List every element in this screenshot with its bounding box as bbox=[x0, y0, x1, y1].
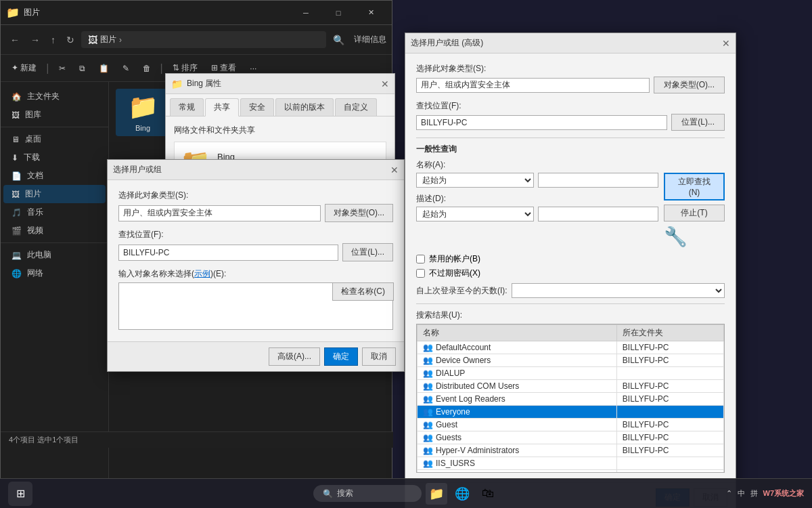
tab-general[interactable]: 常规 bbox=[170, 98, 204, 116]
desc-filter-select[interactable]: 起始为 bbox=[416, 207, 534, 221]
sidebar-item-documents[interactable]: 📄 文档 bbox=[3, 167, 106, 185]
adv-location-label: 查找位置(F): bbox=[416, 100, 725, 112]
taskbar-explorer[interactable]: 📁 bbox=[426, 483, 447, 505]
sidebar-item-pictures[interactable]: 🖼 图片 bbox=[3, 185, 106, 203]
user-group-icon: 👥 bbox=[423, 471, 433, 473]
forward-button[interactable]: → bbox=[26, 32, 44, 48]
user-group-icon: 👥 bbox=[423, 356, 433, 365]
example-link[interactable]: 示例 bbox=[194, 269, 210, 278]
ok-button[interactable]: 确定 bbox=[324, 347, 358, 366]
taskbar: ⊞ 🔍 搜索 📁 🌐 🛍 ⌃ 中 拼 W7系统之家 bbox=[0, 478, 812, 508]
delete-button[interactable]: 🗑 bbox=[137, 61, 156, 76]
no-expire-pwd-checkbox[interactable] bbox=[416, 269, 425, 278]
tab-previous-versions[interactable]: 以前的版本 bbox=[275, 98, 334, 116]
table-row[interactable]: 👥Hyper-V Administrators BILLYFU-PC bbox=[418, 444, 724, 457]
sidebar-item-music[interactable]: 🎵 音乐 bbox=[3, 203, 106, 221]
paste-button[interactable]: 📋 bbox=[93, 61, 114, 76]
table-row[interactable]: 👥Distributed COM Users BILLYFU-PC bbox=[418, 380, 724, 393]
taskbar-store[interactable]: 🛍 bbox=[477, 483, 499, 505]
location-row: BILLYFU-PC 位置(L)... bbox=[118, 243, 393, 261]
sidebar-item-gallery[interactable]: 🖼 图库 bbox=[3, 106, 106, 124]
start-button[interactable]: ⊞ bbox=[8, 482, 32, 506]
rename-button[interactable]: ✎ bbox=[117, 61, 135, 76]
back-button[interactable]: ← bbox=[6, 32, 24, 48]
table-row[interactable]: 👥DIALUP bbox=[418, 367, 724, 380]
up-button[interactable]: ↑ bbox=[47, 32, 60, 48]
sidebar-item-videos[interactable]: 🎬 视频 bbox=[3, 221, 106, 240]
address-bar[interactable]: 🖼 图片 › bbox=[81, 31, 326, 48]
search-icon: 🔍 bbox=[323, 489, 333, 499]
advanced-button[interactable]: 高级(A)... bbox=[269, 347, 320, 366]
bing-close-button[interactable]: ✕ bbox=[381, 79, 389, 89]
detail-panel-label: 详细信息 bbox=[354, 34, 386, 45]
name-filter-select[interactable]: 起始为 bbox=[416, 173, 534, 188]
cancel-button[interactable]: 取消 bbox=[362, 347, 396, 366]
taskbar-edge[interactable]: 🌐 bbox=[451, 483, 473, 505]
taskbar-right: ⌃ 中 拼 W7系统之家 bbox=[726, 488, 805, 499]
minimize-button[interactable]: ─ bbox=[290, 1, 321, 25]
check-names-button[interactable]: 检查名称(C) bbox=[332, 282, 394, 301]
location-section: 查找位置(F): BILLYFU-PC 位置(L)... bbox=[416, 100, 725, 131]
maximize-button[interactable]: □ bbox=[323, 1, 354, 25]
adv-location-value: BILLYFU-PC bbox=[416, 115, 667, 130]
adv-object-type-button[interactable]: 对象类型(O)... bbox=[654, 77, 725, 93]
days-since-select[interactable] bbox=[512, 283, 725, 298]
sidebar-item-desktop[interactable]: 🖥 桌面 bbox=[3, 130, 106, 148]
table-row[interactable]: 👥IIS_IUSRS bbox=[418, 457, 724, 470]
table-row[interactable]: 👥Guest BILLYFU-PC bbox=[418, 419, 724, 431]
table-row[interactable]: 👥Everyone bbox=[418, 406, 724, 419]
location-label: 查找位置(F): bbox=[118, 229, 393, 240]
status-text: 4个项目 选中1个项目 bbox=[9, 435, 78, 445]
result-name: 👥INTERACTIVE bbox=[418, 470, 617, 473]
table-row[interactable]: 👥DefaultAccount BILLYFU-PC bbox=[418, 341, 724, 354]
tab-customize[interactable]: 自定义 bbox=[335, 98, 377, 116]
tab-security[interactable]: 安全 bbox=[240, 98, 274, 116]
adv-object-type-value: 用户、组或内置安全主体 bbox=[416, 78, 650, 93]
search-results-area[interactable]: 名称 所在文件夹 👥DefaultAccount BILLYFU-PC 👥Dev… bbox=[416, 324, 725, 473]
table-row[interactable]: 👥Event Log Readers BILLYFU-PC bbox=[418, 393, 724, 406]
result-name: 👥Distributed COM Users bbox=[418, 380, 617, 393]
stop-button[interactable]: 停止(T) bbox=[664, 205, 725, 221]
videos-icon: 🎬 bbox=[12, 226, 22, 236]
advanced-dialog-title-bar: 选择用户或组 (高级) ✕ bbox=[405, 33, 736, 54]
file-item-bing[interactable]: 📁 Bing bbox=[116, 89, 170, 136]
object-type-button[interactable]: 对象类型(O)... bbox=[325, 204, 393, 222]
search-button[interactable]: 🔍 bbox=[329, 32, 348, 48]
name-filter-input[interactable] bbox=[538, 173, 658, 188]
object-name-area: 检查名称(C) bbox=[118, 282, 393, 332]
downloads-icon: ⬇ bbox=[12, 153, 18, 163]
sidebar-item-home[interactable]: 🏠 主文件夹 bbox=[3, 87, 106, 106]
desc-filter-input[interactable] bbox=[538, 207, 658, 221]
select-users-close-button[interactable]: ✕ bbox=[390, 165, 399, 175]
cut-button[interactable]: ✂ bbox=[53, 61, 71, 76]
name-row: 起始为 bbox=[416, 173, 658, 188]
taskbar-search[interactable]: 🔍 搜索 bbox=[313, 485, 422, 502]
no-expire-pwd-row: 不过期密码(X) bbox=[416, 268, 725, 279]
object-type-row: 用户、组或内置安全主体 对象类型(O)... bbox=[118, 204, 393, 222]
search-now-button[interactable]: 立即查找(N) bbox=[664, 173, 725, 200]
adv-location-button[interactable]: 位置(L)... bbox=[671, 114, 725, 131]
bing-dialog-tabs: 常规 共享 安全 以前的版本 自定义 bbox=[166, 94, 394, 117]
close-button[interactable]: ✕ bbox=[355, 1, 386, 25]
new-button[interactable]: ✦ 新建 bbox=[6, 60, 42, 77]
tab-share[interactable]: 共享 bbox=[205, 98, 239, 117]
table-row[interactable]: 👥Device Owners BILLYFU-PC bbox=[418, 354, 724, 367]
location-button[interactable]: 位置(L)... bbox=[342, 243, 393, 261]
sidebar-item-network[interactable]: 🌐 网络 bbox=[3, 264, 106, 282]
result-location: BILLYFU-PC bbox=[616, 380, 723, 393]
result-location: BILLYFU-PC bbox=[616, 444, 723, 457]
table-row[interactable]: 👥INTERACTIVE bbox=[418, 470, 724, 473]
user-group-icon: 👥 bbox=[423, 446, 433, 455]
sidebar-item-thispc[interactable]: 💻 此电脑 bbox=[3, 246, 106, 264]
search-placeholder: 搜索 bbox=[337, 488, 353, 499]
user-group-icon: 👥 bbox=[423, 368, 433, 378]
copy-button[interactable]: ⧉ bbox=[74, 61, 91, 76]
result-location bbox=[616, 406, 723, 419]
disabled-accounts-row: 禁用的帐户(B) bbox=[416, 253, 725, 265]
disabled-accounts-checkbox[interactable] bbox=[416, 255, 425, 263]
sidebar-item-downloads[interactable]: ⬇ 下载 bbox=[3, 148, 106, 167]
advanced-close-button[interactable]: ✕ bbox=[722, 38, 730, 49]
table-row[interactable]: 👥Guests BILLYFU-PC bbox=[418, 431, 724, 444]
enter-label: 输入对象名称来选择(示例)(E): bbox=[118, 268, 393, 280]
refresh-button[interactable]: ↻ bbox=[62, 32, 78, 48]
